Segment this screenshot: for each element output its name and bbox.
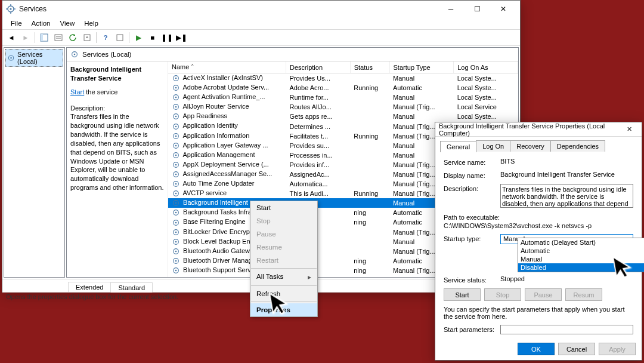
tab-general[interactable]: General — [440, 141, 476, 152]
maximize-button[interactable]: ☐ — [464, 1, 490, 17]
export-button[interactable] — [80, 31, 94, 44]
stop-button[interactable]: Stop — [484, 288, 521, 301]
tree-item-services-local[interactable]: Services (Local) — [5, 49, 63, 67]
separator — [35, 32, 35, 43]
col-name[interactable]: Name — [168, 61, 286, 73]
label-display-name: Display name: — [444, 171, 500, 179]
dialog-title: Background Intelligent Transfer Service … — [439, 122, 620, 137]
svg-point-18 — [175, 78, 177, 79]
value-path: C:\WINDOWS\System32\svchost.exe -k netsv… — [444, 222, 592, 229]
menu-help[interactable]: Help — [79, 19, 103, 28]
pause-button[interactable]: ❚❚ — [160, 31, 174, 44]
pause-button[interactable]: Pause — [525, 288, 562, 301]
menu-item-start[interactable]: Start — [250, 201, 317, 214]
menu-item-all-tasks[interactable]: All Tasks — [250, 270, 317, 284]
detail-heading: Background Intelligent Transfer Service — [70, 65, 164, 83]
resume-button[interactable]: Resum — [565, 288, 602, 301]
close-button[interactable]: ✕ — [490, 1, 516, 17]
cursor-icon — [267, 288, 295, 318]
properties-button[interactable] — [52, 31, 65, 44]
svg-point-52 — [175, 241, 177, 242]
start-params-input[interactable] — [500, 325, 633, 334]
pane-header-label: Services (Local) — [82, 51, 131, 58]
label-start-params: Start parameters: — [444, 325, 500, 333]
menu-item-restart: Restart — [250, 254, 317, 267]
cursor-icon — [610, 251, 638, 281]
minimize-button[interactable]: ─ — [438, 1, 464, 17]
svg-point-48 — [175, 222, 177, 223]
svg-point-20 — [175, 87, 177, 89]
properties-dialog: Background Intelligent Transfer Service … — [435, 122, 642, 361]
svg-point-54 — [175, 250, 177, 252]
tab-standard[interactable]: Standard — [110, 282, 153, 293]
col-startup[interactable]: Startup Type — [389, 61, 454, 73]
tab-logon[interactable]: Log On — [476, 140, 510, 152]
menu-file[interactable]: File — [6, 19, 27, 28]
refresh-button[interactable] — [66, 31, 79, 44]
help-button2[interactable] — [113, 31, 126, 44]
col-logon[interactable]: Log On As — [454, 61, 518, 73]
hint-text: You can specify the start parameters tha… — [444, 306, 633, 320]
table-row[interactable]: Adobe Acrobat Update Serv...Adobe Acro..… — [168, 83, 518, 93]
svg-rect-8 — [55, 35, 62, 41]
toolbar: ◄ ► ? ▶ ■ ❚❚ ▶❚ — [2, 30, 520, 46]
desc-text: Transfers files in the background using … — [70, 112, 164, 192]
stop-button[interactable]: ■ — [146, 31, 159, 44]
option-automatic-delayed-start-[interactable]: Automatic (Delayed Start) — [518, 238, 644, 247]
tab-extended[interactable]: Extended — [68, 282, 111, 292]
tab-dependencies[interactable]: Dependencies — [550, 140, 605, 152]
window-title: Services — [19, 5, 438, 13]
value-display-name: Background Intelligent Transfer Service — [500, 171, 633, 178]
cancel-button[interactable]: Cancel — [558, 343, 595, 355]
tree-item-label: Services (Local) — [17, 51, 61, 65]
menubar: File Action View Help — [2, 17, 520, 30]
separator — [96, 32, 97, 43]
table-row[interactable]: AllJoyn Router ServiceRoutes AllJo...Man… — [168, 102, 518, 112]
dialog-tabs: General Log On Recovery Dependencies — [435, 137, 642, 152]
description-textarea[interactable]: Transfers files in the background using … — [500, 184, 633, 208]
apply-button[interactable]: Apply — [599, 343, 636, 355]
svg-point-34 — [175, 155, 177, 156]
label-path: Path to executable: — [444, 214, 500, 221]
svg-point-24 — [175, 106, 177, 108]
help-button[interactable]: ? — [99, 31, 112, 44]
svg-rect-7 — [41, 34, 43, 41]
start-button[interactable]: Start — [444, 288, 481, 301]
svg-point-32 — [175, 144, 177, 146]
pane-header: Services (Local) — [67, 48, 518, 61]
label-startup-type: Startup type: — [444, 234, 500, 242]
tab-recovery[interactable]: Recovery — [510, 140, 550, 152]
label-description: Description: — [444, 184, 500, 192]
ok-button[interactable]: OK — [518, 343, 555, 355]
label-service-status: Service status: — [444, 275, 500, 284]
table-row[interactable]: Agent Activation Runtime_...Runtime for.… — [168, 93, 518, 102]
titlebar[interactable]: Services ─ ☐ ✕ — [2, 1, 520, 17]
tree-pane: Services (Local) — [4, 47, 65, 278]
menu-view[interactable]: View — [55, 19, 80, 28]
menu-action[interactable]: Action — [27, 19, 55, 28]
start-button[interactable]: ▶ — [132, 31, 145, 44]
svg-point-14 — [10, 57, 11, 59]
svg-point-50 — [175, 231, 177, 233]
table-row[interactable]: ActiveX Installer (AxInstSV)Provides Us.… — [168, 73, 518, 84]
svg-point-22 — [175, 97, 177, 99]
back-button[interactable]: ◄ — [5, 31, 18, 44]
forward-button[interactable]: ► — [19, 31, 32, 44]
value-service-name: BITS — [500, 158, 633, 165]
svg-rect-12 — [117, 35, 123, 41]
col-description[interactable]: Description — [286, 61, 350, 73]
start-link-suffix: the service — [84, 88, 117, 96]
show-hide-tree-button[interactable] — [38, 31, 51, 44]
gear-icon — [6, 4, 16, 14]
col-status[interactable]: Status — [350, 61, 389, 73]
detail-pane: Background Intelligent Transfer Service … — [67, 61, 168, 277]
table-row[interactable]: App ReadinessGets apps re...ManualLocal … — [168, 112, 518, 121]
restart-button[interactable]: ▶❚ — [175, 31, 188, 44]
svg-point-26 — [175, 116, 177, 118]
start-link[interactable]: Start — [70, 88, 84, 96]
desc-label: Description: — [70, 104, 164, 113]
menu-item-stop: Stop — [250, 214, 317, 227]
svg-point-44 — [175, 202, 177, 204]
svg-point-36 — [175, 164, 177, 166]
close-button[interactable]: ✕ — [620, 123, 638, 136]
